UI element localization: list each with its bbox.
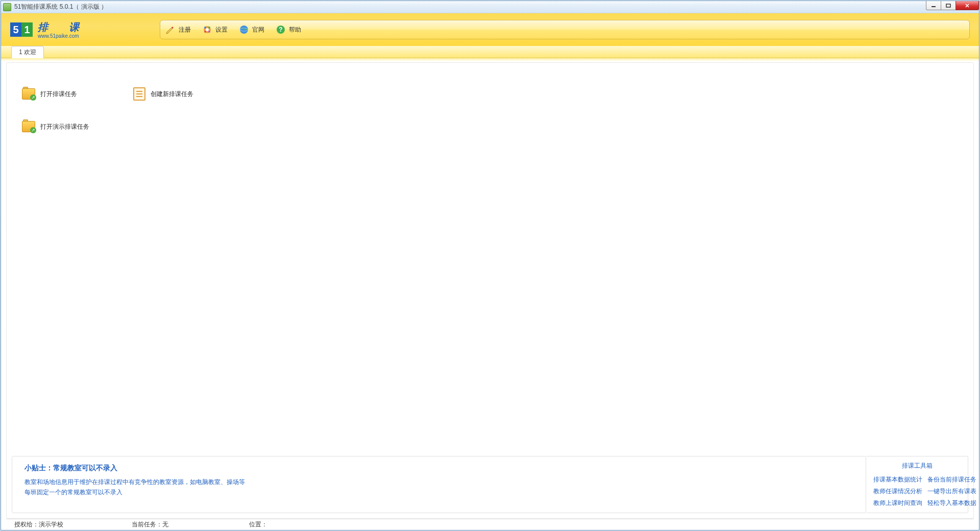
tab-strip: 1 欢迎 <box>1 46 979 58</box>
toolbox-title: 排课工具箱 <box>873 462 961 470</box>
svg-point-4 <box>204 27 206 29</box>
tips-body: 教室和场地信息用于维护在排课过程中有竞争性的教室资源，如电脑教室、操场等 每班固… <box>24 477 853 498</box>
pen-icon <box>165 25 176 35</box>
logo-text: 排 课 www.51paike.com <box>38 20 88 39</box>
status-license: 授权给：演示学校 <box>10 520 128 529</box>
svg-point-6 <box>204 31 206 33</box>
toolbox-links: 排课基本数据统计 备份当前排课任务 教师任课情况分析 一键导出所有课表 教师上课… <box>873 475 961 508</box>
toolbox-link-backup[interactable]: 备份当前排课任务 <box>927 475 976 484</box>
toolbox-link-import[interactable]: 轻松导入基本数据 <box>927 499 976 508</box>
tips-title: 小贴士：常规教室可以不录入 <box>24 464 853 473</box>
header-band: 5 1 排 课 www.51paike.com 注册 设置 <box>1 13 979 46</box>
logo-5: 5 <box>10 22 21 37</box>
welcome-actions: ↗ 打开排课任务 创建新排课任务 ↗ <box>12 72 968 456</box>
logo-51-icon: 5 1 <box>10 22 33 37</box>
close-icon <box>965 4 970 8</box>
settings-label: 设置 <box>215 26 228 34</box>
toolbox-link-stats[interactable]: 排课基本数据统计 <box>873 475 922 484</box>
website-label: 官网 <box>252 26 264 34</box>
window-title: 51智能排课系统 5.0.1（ 演示版 ） <box>14 3 107 11</box>
open-task-button[interactable]: ↗ 打开排课任务 <box>22 87 77 101</box>
logo-url: www.51paike.com <box>38 33 88 39</box>
svg-point-5 <box>208 27 210 29</box>
toolbox-panel: 排课工具箱 排课基本数据统计 备份当前排课任务 教师任课情况分析 一键导出所有课… <box>866 456 968 513</box>
svg-point-7 <box>208 31 210 33</box>
content-inner: ↗ 打开排课任务 创建新排课任务 ↗ <box>6 62 974 519</box>
gear-icon <box>202 25 212 35</box>
status-task-label: 当前任务： <box>132 521 162 528</box>
app-icon <box>3 3 11 11</box>
svg-text:?: ? <box>279 26 282 33</box>
minimize-button[interactable] <box>926 1 941 10</box>
logo: 5 1 排 课 www.51paike.com <box>10 20 88 39</box>
help-icon: ? <box>276 25 286 35</box>
toolbar: 注册 设置 官网 ? 帮助 <box>160 20 970 39</box>
svg-point-3 <box>206 28 209 31</box>
open-demo-label: 打开演示排课任务 <box>40 123 89 131</box>
help-label: 帮助 <box>289 26 301 34</box>
register-label: 注册 <box>179 26 191 34</box>
new-task-label: 创建新排课任务 <box>151 90 193 99</box>
minimize-icon <box>931 4 936 8</box>
status-license-label: 授权给： <box>14 521 39 528</box>
maximize-button[interactable] <box>941 1 956 10</box>
new-task-button[interactable]: 创建新排课任务 <box>133 87 193 101</box>
status-position: 位置： <box>245 520 272 529</box>
tips-line-1: 教室和场地信息用于维护在排课过程中有竞争性的教室资源，如电脑教室、操场等 <box>24 477 853 487</box>
svg-rect-0 <box>932 6 936 7</box>
status-bar: 授权给：演示学校 当前任务：无 位置： <box>6 519 974 530</box>
folder-demo-icon: ↗ <box>22 121 35 132</box>
status-task-value: 无 <box>162 521 168 528</box>
toolbox-link-export-all[interactable]: 一键导出所有课表 <box>927 487 976 496</box>
tab-welcome-label: 1 欢迎 <box>19 49 36 56</box>
status-position-label: 位置： <box>249 521 267 528</box>
website-button[interactable]: 官网 <box>239 25 264 35</box>
tips-panel: 小贴士：常规教室可以不录入 教室和场地信息用于维护在排课过程中有竞争性的教室资源… <box>12 456 866 513</box>
tab-welcome[interactable]: 1 欢迎 <box>11 46 44 58</box>
globe-icon <box>239 25 249 35</box>
svg-rect-1 <box>946 4 950 7</box>
bottom-panels: 小贴士：常规教室可以不录入 教室和场地信息用于维护在排课过程中有竞争性的教室资源… <box>12 456 968 513</box>
content-wrap: ↗ 打开排课任务 创建新排课任务 ↗ <box>1 58 979 530</box>
app-window: 51智能排课系统 5.0.1（ 演示版 ） 5 1 排 课 www.51paik… <box>1 1 979 530</box>
open-demo-button[interactable]: ↗ 打开演示排课任务 <box>22 121 89 132</box>
status-task: 当前任务：无 <box>128 520 245 529</box>
toolbox-link-time-query[interactable]: 教师上课时间查询 <box>873 499 922 508</box>
register-button[interactable]: 注册 <box>165 25 191 35</box>
titlebar: 51智能排课系统 5.0.1（ 演示版 ） <box>1 1 979 13</box>
folder-open-icon: ↗ <box>22 88 35 100</box>
maximize-icon <box>946 4 951 8</box>
logo-1: 1 <box>21 22 33 37</box>
document-icon <box>133 87 145 101</box>
status-license-value: 演示学校 <box>39 521 63 528</box>
close-button[interactable] <box>955 1 979 10</box>
logo-title: 排 课 <box>38 20 88 34</box>
window-controls <box>926 1 979 10</box>
toolbox-link-teacher-analysis[interactable]: 教师任课情况分析 <box>873 487 922 496</box>
help-button[interactable]: ? 帮助 <box>276 25 301 35</box>
tips-line-2: 每班固定一个的常规教室可以不录入 <box>24 487 853 497</box>
settings-button[interactable]: 设置 <box>202 25 228 35</box>
open-task-label: 打开排课任务 <box>40 90 77 99</box>
